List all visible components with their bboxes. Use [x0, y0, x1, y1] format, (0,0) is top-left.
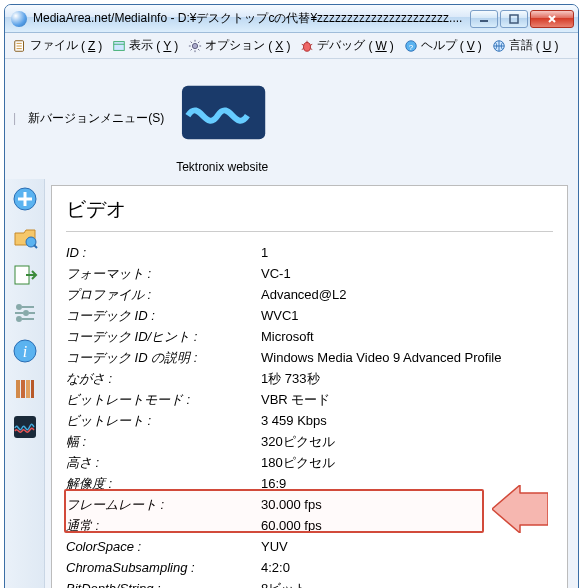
svg-rect-2 [114, 41, 125, 50]
menu-help[interactable]: ? ヘルプ(V) [404, 37, 482, 54]
property-row: ID :1 [66, 242, 553, 263]
property-label: ChromaSubsampling : [66, 557, 261, 578]
property-value: 4:2:0 [261, 557, 553, 578]
menubar: ファイル(Z) 表示(Y) オプション(X) デバッグ(W) ? ヘルプ(V) … [5, 33, 578, 59]
menu-debug[interactable]: デバッグ(W) [300, 37, 393, 54]
property-label: ColorSpace : [66, 536, 261, 557]
property-row: 通常 :60.000 fps [66, 515, 553, 536]
property-label: ビットレート : [66, 410, 261, 431]
sidebar-folder-icon[interactable] [11, 223, 39, 251]
property-row: ながさ :1秒 733秒 [66, 368, 553, 389]
property-value: 3 459 Kbps [261, 410, 553, 431]
svg-rect-0 [510, 15, 518, 23]
globe-icon [492, 39, 506, 53]
menu-language[interactable]: 言語(U) [492, 37, 559, 54]
property-value: 30.000 fps [261, 494, 553, 515]
sidebar-info-icon[interactable]: i [11, 337, 39, 365]
property-label: ID : [66, 242, 261, 263]
view-icon [112, 39, 126, 53]
property-label: ながさ : [66, 368, 261, 389]
sidebar-settings-icon[interactable] [11, 299, 39, 327]
minimize-button[interactable] [470, 10, 498, 28]
property-row: ビットレートモード :VBR モード [66, 389, 553, 410]
new-version-menu[interactable]: 新バージョンメニュー(S) [28, 110, 164, 127]
menu-language-label: 言語 [509, 37, 533, 54]
app-window: MediaArea.net/MediaInfo - D:¥デスクトップcの代替¥… [4, 4, 579, 588]
property-value: 1 [261, 242, 553, 263]
menu-file[interactable]: ファイル(Z) [13, 37, 102, 54]
file-icon [13, 39, 27, 53]
sidebar-wave-icon[interactable] [11, 413, 39, 441]
svg-rect-20 [31, 380, 34, 398]
new-version-label: 新バージョンメニュー [28, 111, 148, 125]
svg-point-12 [16, 304, 22, 310]
svg-rect-18 [21, 380, 25, 398]
menu-option[interactable]: オプション(X) [188, 37, 290, 54]
property-value: VBR モード [261, 389, 553, 410]
svg-point-4 [304, 42, 311, 51]
property-label: ビットレートモード : [66, 389, 261, 410]
menu-help-label: ヘルプ [421, 37, 457, 54]
gear-icon [188, 39, 202, 53]
svg-point-3 [193, 43, 198, 48]
tektronix-icon [176, 62, 271, 157]
sidebar-export-icon[interactable] [11, 261, 39, 289]
property-value: VC-1 [261, 263, 553, 284]
property-value: Microsoft [261, 326, 553, 347]
menu-file-label: ファイル [30, 37, 78, 54]
property-row: 解像度 :16:9 [66, 473, 553, 494]
property-value: Advanced@L2 [261, 284, 553, 305]
tektronix-link[interactable]: Tektronix website [176, 62, 271, 174]
maximize-button[interactable] [500, 10, 528, 28]
close-button[interactable] [530, 10, 574, 28]
property-list: ID :1フォーマット :VC-1プロファイル :Advanced@L2コーデッ… [66, 242, 553, 588]
property-label: フォーマット : [66, 263, 261, 284]
property-label: 高さ : [66, 452, 261, 473]
tektronix-label: Tektronix website [176, 160, 268, 174]
svg-point-14 [23, 310, 29, 316]
property-label: コーデック ID の説明 : [66, 347, 261, 368]
property-value: Windows Media Video 9 Advanced Profile [261, 347, 553, 368]
menu-view-label: 表示 [129, 37, 153, 54]
menu-view[interactable]: 表示(Y) [112, 37, 178, 54]
property-row: コーデック ID/ヒント :Microsoft [66, 326, 553, 347]
property-value: 16:9 [261, 473, 553, 494]
svg-text:i: i [22, 343, 26, 360]
property-label: プロファイル : [66, 284, 261, 305]
window-buttons [470, 10, 574, 28]
client-area: i ビデオ ID :1フォーマット :VC-1プロファイル :Advanced@… [5, 179, 578, 588]
property-label: コーデック ID/ヒント : [66, 326, 261, 347]
property-row: BitDepth/String :8ビット [66, 578, 553, 588]
property-value: 1秒 733秒 [261, 368, 553, 389]
divider [66, 231, 553, 232]
separator: | [13, 111, 16, 125]
property-label: 解像度 : [66, 473, 261, 494]
svg-rect-17 [16, 380, 20, 398]
property-value: 8ビット [261, 578, 553, 588]
sidebar-library-icon[interactable] [11, 375, 39, 403]
content-wrap: ビデオ ID :1フォーマット :VC-1プロファイル :Advanced@L2… [45, 179, 578, 588]
svg-rect-19 [26, 380, 30, 398]
svg-point-13 [16, 316, 22, 322]
property-label: フレームレート : [66, 494, 261, 515]
property-row: コーデック ID の説明 :Windows Media Video 9 Adva… [66, 347, 553, 368]
property-row: プロファイル :Advanced@L2 [66, 284, 553, 305]
property-row: ビットレート :3 459 Kbps [66, 410, 553, 431]
titlebar[interactable]: MediaArea.net/MediaInfo - D:¥デスクトップcの代替¥… [5, 5, 578, 33]
help-icon: ? [404, 39, 418, 53]
property-row: 高さ :180ピクセル [66, 452, 553, 473]
property-row: フレームレート :30.000 fps [66, 494, 553, 515]
property-value: 320ピクセル [261, 431, 553, 452]
menu-debug-label: デバッグ [317, 37, 365, 54]
sidebar-open-icon[interactable] [11, 185, 39, 213]
info-panel[interactable]: ビデオ ID :1フォーマット :VC-1プロファイル :Advanced@L2… [51, 185, 568, 588]
property-row: 幅 :320ピクセル [66, 431, 553, 452]
property-row: ChromaSubsampling :4:2:0 [66, 557, 553, 578]
sidebar: i [5, 179, 45, 588]
property-row: ColorSpace :YUV [66, 536, 553, 557]
property-value: 60.000 fps [261, 515, 553, 536]
property-label: コーデック ID : [66, 305, 261, 326]
property-value: 180ピクセル [261, 452, 553, 473]
property-label: 幅 : [66, 431, 261, 452]
bug-icon [300, 39, 314, 53]
